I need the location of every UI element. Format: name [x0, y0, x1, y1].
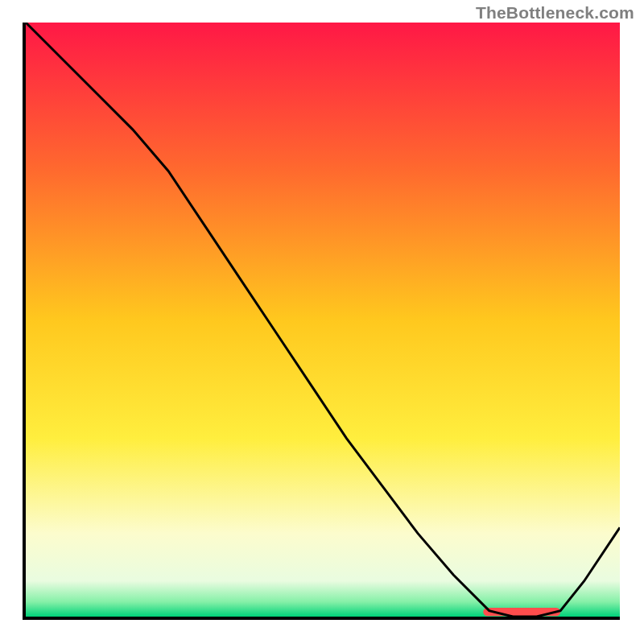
watermark-text: TheBottleneck.com — [476, 3, 634, 23]
plot-svg — [26, 23, 620, 617]
plot-area — [23, 23, 620, 620]
chart-page: TheBottleneck.com — [0, 0, 644, 644]
